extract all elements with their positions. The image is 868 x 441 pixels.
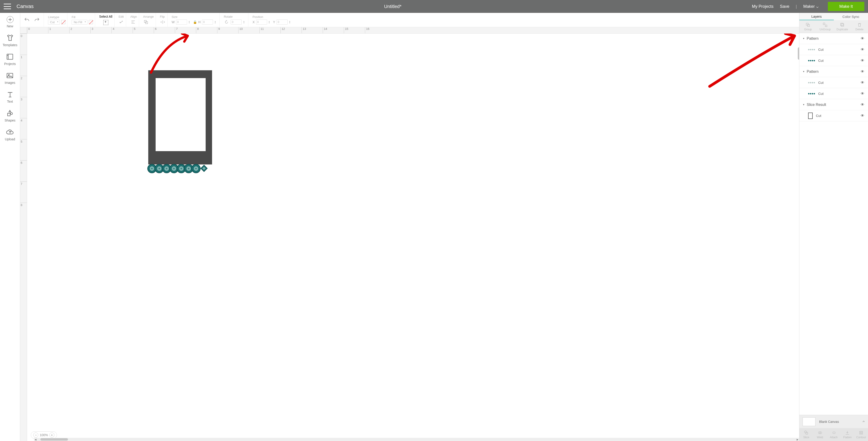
tab-color-sync[interactable]: Color Sync: [834, 13, 868, 20]
menu-icon[interactable]: [4, 4, 11, 9]
weld-button[interactable]: Weld: [813, 428, 827, 441]
ruler-tick: 2: [69, 27, 90, 33]
slice-button[interactable]: Slice: [799, 428, 813, 441]
rotate-stepper[interactable]: ▲▼: [243, 21, 246, 24]
layer-row[interactable]: Cut👁: [799, 110, 868, 121]
layer-row[interactable]: Cut👁: [799, 55, 868, 66]
layer-label: Cut: [818, 48, 824, 52]
pattern-object[interactable]: [148, 163, 213, 175]
align-icon[interactable]: [130, 19, 136, 25]
scroll-thumb[interactable]: [40, 438, 68, 441]
shapes-button[interactable]: Shapes: [5, 109, 16, 122]
eye-icon[interactable]: 👁: [861, 81, 864, 85]
make-it-button[interactable]: Make It: [828, 2, 864, 11]
group-button[interactable]: Group: [799, 20, 816, 33]
ruler-tick: 10: [238, 27, 259, 33]
projects-button[interactable]: Projects: [4, 53, 16, 66]
vertical-ruler: 012345678: [20, 33, 27, 441]
select-all-group[interactable]: Select All: [97, 13, 115, 27]
redo-icon[interactable]: [34, 17, 40, 23]
eye-icon[interactable]: 👁: [861, 59, 864, 63]
delete-button[interactable]: Delete: [851, 20, 868, 33]
images-label: Images: [5, 81, 16, 85]
width-input[interactable]: 0: [176, 20, 187, 25]
frame-object[interactable]: [148, 70, 212, 165]
new-button[interactable]: New: [7, 16, 13, 28]
eye-icon[interactable]: 👁: [861, 48, 864, 52]
zoom-out-button[interactable]: −: [33, 433, 38, 438]
fill-color[interactable]: [89, 20, 93, 24]
arrange-icon[interactable]: [143, 19, 149, 25]
layer-row[interactable]: Cut👁: [799, 77, 868, 88]
canvas[interactable]: − 100% + ◀ ▶: [27, 33, 799, 441]
eye-icon[interactable]: 👁: [861, 103, 864, 107]
upload-button[interactable]: Upload: [5, 128, 15, 141]
layer-label: Cut: [818, 92, 824, 95]
left-rail: New Templates Projects Images Text Shape…: [0, 13, 20, 441]
tab-layers[interactable]: Layers: [799, 13, 834, 20]
eye-icon[interactable]: 👁: [861, 92, 864, 96]
images-button[interactable]: Images: [5, 72, 16, 85]
size-group: Size W 0 ▲▼ 🔒 H 0 ▲▼: [170, 13, 220, 27]
blank-canvas-row[interactable]: Blank Canvas 𝄐: [799, 415, 868, 428]
linetype-select[interactable]: Cut: [48, 20, 60, 25]
width-stepper[interactable]: ▲▼: [188, 21, 192, 24]
eye-off-icon[interactable]: 𝄐: [863, 419, 865, 424]
text-button[interactable]: Text: [6, 90, 14, 104]
save-button[interactable]: Save: [780, 4, 789, 9]
edit-icon[interactable]: [119, 19, 124, 25]
x-input[interactable]: 0: [256, 20, 267, 25]
blank-canvas-label: Blank Canvas: [819, 420, 839, 423]
upload-label: Upload: [5, 137, 15, 141]
height-input[interactable]: 0: [202, 20, 213, 25]
ruler-tick: 5: [20, 139, 27, 160]
fill-select[interactable]: No Fill: [72, 20, 88, 25]
undo-icon[interactable]: [24, 17, 30, 23]
layers-panel: Layers Color Sync Group UnGroup Duplicat…: [799, 13, 868, 441]
templates-label: Templates: [3, 43, 18, 47]
rotate-input[interactable]: 0: [231, 20, 242, 25]
w-label: W: [172, 20, 175, 24]
machine-select[interactable]: Maker ⌵: [803, 4, 819, 9]
linetype-color[interactable]: [61, 20, 65, 24]
scroll-right-icon[interactable]: ▶: [796, 438, 799, 441]
select-all-icon: [103, 20, 108, 25]
flip-icon[interactable]: [160, 19, 165, 25]
flatten-button[interactable]: Flatten: [840, 428, 854, 441]
layer-label: Cut: [818, 59, 824, 62]
ruler-tick: 16: [365, 27, 386, 33]
medallion-icon: [191, 164, 200, 173]
eye-icon[interactable]: 👁: [861, 69, 864, 74]
layer-row[interactable]: Cut👁: [799, 88, 868, 99]
layer-group-header[interactable]: ▾Pattern👁: [799, 66, 868, 77]
svg-rect-9: [841, 24, 844, 26]
y-input[interactable]: 0: [277, 20, 287, 25]
layer-row[interactable]: Cut👁: [799, 44, 868, 55]
ruler-tick: 0: [27, 27, 48, 33]
lock-icon[interactable]: 🔒: [193, 20, 197, 24]
svg-rect-0: [7, 54, 13, 59]
size-label: Size: [172, 15, 218, 19]
templates-button[interactable]: Templates: [3, 34, 18, 47]
ruler-tick: 3: [20, 97, 27, 118]
my-projects-link[interactable]: My Projects: [752, 4, 773, 9]
zoom-in-button[interactable]: +: [49, 433, 54, 438]
horizontal-scrollbar[interactable]: ◀ ▶: [34, 438, 799, 441]
attach-button[interactable]: Attach: [827, 428, 841, 441]
ruler-tick: 8: [20, 203, 27, 224]
duplicate-button[interactable]: Duplicate: [834, 20, 851, 33]
scroll-left-icon[interactable]: ◀: [34, 438, 37, 441]
document-title[interactable]: Untitled*: [34, 4, 752, 9]
contour-button[interactable]: Contour: [854, 428, 868, 441]
eye-icon[interactable]: 👁: [861, 114, 864, 118]
linetype-label: Linetype: [48, 16, 65, 19]
layer-group-header[interactable]: ▾Slice Result👁: [799, 99, 868, 110]
ungroup-button[interactable]: UnGroup: [816, 20, 834, 33]
eye-icon[interactable]: 👁: [861, 36, 864, 41]
svg-point-14: [819, 432, 822, 434]
layer-group-header[interactable]: ▾Pattern👁: [799, 33, 868, 44]
height-stepper[interactable]: ▲▼: [214, 21, 218, 24]
y-stepper[interactable]: ▲▼: [289, 21, 292, 24]
x-stepper[interactable]: ▲▼: [269, 21, 272, 24]
vertical-scrollbar[interactable]: [798, 47, 799, 60]
